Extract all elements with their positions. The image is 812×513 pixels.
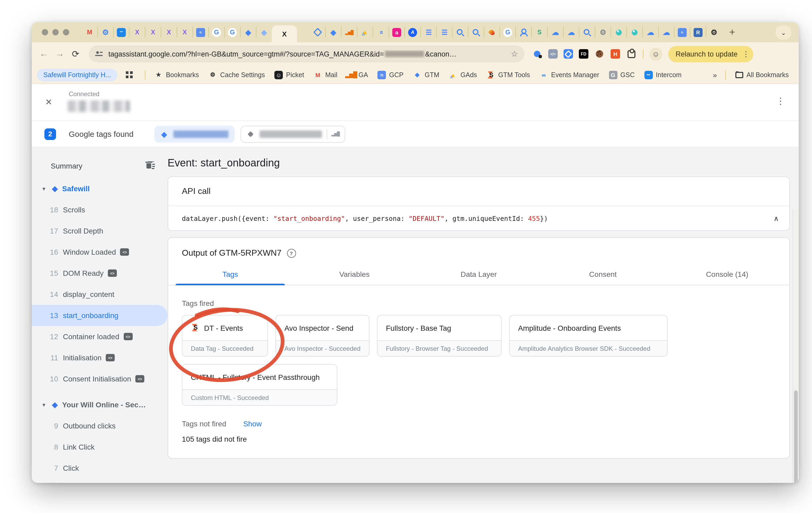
active-tab[interactable] <box>272 25 297 42</box>
pinned-tab-gmail[interactable] <box>82 27 98 37</box>
forward-button[interactable]: → <box>52 49 68 59</box>
bookmark-mail[interactable]: Mail <box>314 70 337 79</box>
pinned-tab-google-g[interactable] <box>500 27 516 37</box>
tab-tags[interactable]: Tags <box>168 265 292 285</box>
minimize-window-button[interactable] <box>52 29 59 35</box>
bookmark-grid[interactable] <box>127 70 136 79</box>
pinned-tab-magnifier[interactable] <box>453 27 468 37</box>
pinned-tab-gtm-diamond-light[interactable] <box>256 27 272 37</box>
pinned-tab-flame[interactable] <box>484 27 500 37</box>
pinned-tab-teal-dot[interactable] <box>627 27 643 37</box>
pinned-tab-gcp-cloud[interactable] <box>643 27 659 37</box>
pinned-tab-magnifier[interactable] <box>579 27 595 37</box>
pinned-tab-x-purple[interactable] <box>129 27 145 37</box>
pinned-tab-tree-list[interactable] <box>421 27 437 37</box>
pinned-tab-gear-blue[interactable] <box>98 27 114 37</box>
extension-tagblue-icon[interactable] <box>563 49 573 59</box>
sidebar-item-link-click[interactable]: 8Link Click <box>32 436 168 457</box>
show-link[interactable]: Show <box>243 420 262 428</box>
sidebar-group-your-will-online-secur-[interactable]: ▾◆Your Will Online - Secur... <box>32 394 168 415</box>
clear-events-icon[interactable] <box>145 161 155 171</box>
extension-passcheck-icon[interactable] <box>532 49 542 59</box>
chevron-down-icon[interactable]: ▾ <box>40 401 48 408</box>
sidebar-summary-row[interactable]: Summary <box>32 158 168 173</box>
pinned-tab-gcp-cloud[interactable] <box>548 27 563 37</box>
pinned-tab-gtm-diamond[interactable] <box>326 27 342 37</box>
tab-variables[interactable]: Variables <box>292 265 416 285</box>
relaunch-to-update-button[interactable]: Relaunch to update ⋮ <box>668 46 753 62</box>
extension-cookie-icon[interactable] <box>594 49 605 59</box>
extension-honey-icon[interactable] <box>611 49 620 59</box>
pinned-tab-gear-gray[interactable] <box>595 27 611 37</box>
pinned-tab-tag-outline[interactable] <box>310 27 326 37</box>
bookmark-bookmarks[interactable]: Bookmarks <box>154 70 199 79</box>
browser-menu-icon[interactable]: ⋮ <box>742 50 750 58</box>
sidebar-item-display-content[interactable]: 14display_content <box>32 284 168 305</box>
zoom-window-button[interactable] <box>63 29 69 35</box>
pinned-tab-amplitude[interactable] <box>405 27 421 37</box>
pinned-tab-s-green[interactable] <box>532 27 548 37</box>
fired-tag-card-amplitude-onboarding-events[interactable]: Amplitude - Onboarding EventsAmplitude A… <box>509 315 668 357</box>
fired-tag-card-dt-events[interactable]: DT - EventsData Tag - Succeeded <box>182 315 268 357</box>
bookmark-events-manager[interactable]: Events Manager <box>540 70 599 79</box>
extension-codeview-icon[interactable] <box>548 49 558 59</box>
tab-search-button[interactable]: ⌄ <box>776 25 791 40</box>
tune-icon[interactable] <box>95 50 104 58</box>
pinned-tab-monitor[interactable] <box>674 27 690 37</box>
bookmark-gads[interactable]: GAds <box>449 70 477 79</box>
pinned-tab-appcues[interactable] <box>389 27 405 37</box>
bookmark-gsc[interactable]: GSC <box>609 70 635 79</box>
pinned-tab-r-blue[interactable] <box>690 27 706 37</box>
sidebar-item-initialisation[interactable]: 11Initialisation<> <box>32 347 168 368</box>
pinned-tab-person[interactable] <box>516 27 532 37</box>
pinned-tab-gcp-cloud[interactable] <box>659 27 674 37</box>
tab-console-14-[interactable]: Console (14) <box>665 265 789 285</box>
pinned-tab-ga-bars[interactable] <box>342 27 357 37</box>
pinned-tab-gear-dark[interactable] <box>706 27 722 37</box>
reload-button[interactable]: ⟳ <box>68 48 84 59</box>
more-options-icon[interactable]: ⋮ <box>776 96 785 107</box>
pinned-tab-gcp-cloud[interactable] <box>563 27 579 37</box>
close-window-button[interactable] <box>42 29 48 35</box>
fired-tag-card-fullstory-base-tag[interactable]: Fullstory - Base TagFullstory - Browser … <box>377 315 502 357</box>
pinned-tab-google-g[interactable] <box>209 27 225 37</box>
ga-tag-chip[interactable] <box>240 125 345 142</box>
collapse-chevron-icon[interactable]: ∧ <box>774 214 779 222</box>
sidebar-item-scroll-depth[interactable]: 17Scroll Depth <box>32 220 168 241</box>
pinned-tab-x-purple[interactable] <box>177 27 193 37</box>
sidebar-item-dom-ready[interactable]: 15DOM Ready<> <box>32 263 168 284</box>
tab-data-layer[interactable]: Data Layer <box>416 265 541 285</box>
close-icon[interactable]: × <box>46 96 52 108</box>
gtm-container-chip[interactable] <box>154 125 235 142</box>
pinned-tab-teal-dot[interactable] <box>611 27 627 37</box>
bookmark-picket[interactable]: Picket <box>274 70 304 79</box>
profile-avatar[interactable]: ☺ <box>649 47 662 60</box>
address-bar[interactable]: tagassistant.google.com/?hl=en-GB&utm_so… <box>89 46 524 62</box>
pinned-tab-magnifier[interactable] <box>468 27 484 37</box>
pinned-tab-monitor[interactable] <box>193 27 209 37</box>
pinned-tab-google-ads[interactable] <box>357 27 373 37</box>
chevron-down-icon[interactable]: ▾ <box>40 185 48 192</box>
bookmark-gtm[interactable]: GTM <box>413 70 440 79</box>
page-scrollbar[interactable] <box>792 209 799 483</box>
pinned-tab-intercom[interactable] <box>114 27 129 37</box>
pinned-tab-x-purple[interactable] <box>161 27 177 37</box>
extension-fd-icon[interactable] <box>579 49 588 59</box>
pinned-tab-tree-list[interactable] <box>437 27 453 37</box>
help-icon[interactable]: ? <box>287 248 296 258</box>
bookmark-star-icon[interactable]: ☆ <box>511 49 518 59</box>
tab-group-chip[interactable]: Safewill Fortnightly H... <box>37 68 117 81</box>
bookmark-gtm-tools[interactable]: GTM Tools <box>487 70 530 79</box>
sidebar-item-consent-initialisation[interactable]: 10Consent Initialisation<> <box>32 368 168 389</box>
fired-tag-card-avo-inspector-send[interactable]: Avo Inspector - SendAvo Inspector - Succ… <box>276 315 370 357</box>
bookmark-gcp[interactable]: GCP <box>377 70 403 79</box>
sidebar-item-scrolls[interactable]: 18Scrolls <box>32 199 168 220</box>
pinned-tab-chevrons[interactable] <box>373 27 389 37</box>
bookmark-cache-settings[interactable]: Cache Settings <box>208 70 265 79</box>
pinned-tab-x-purple[interactable] <box>145 27 161 37</box>
bookmark-ga[interactable]: GA <box>347 70 368 79</box>
tab-consent[interactable]: Consent <box>541 265 665 285</box>
sidebar-item-start-onboarding[interactable]: 13start_onboarding <box>32 305 168 326</box>
sidebar-item-container-loaded[interactable]: 12Container loaded<> <box>32 326 168 347</box>
sidebar-item-click[interactable]: 7Click <box>32 457 168 479</box>
